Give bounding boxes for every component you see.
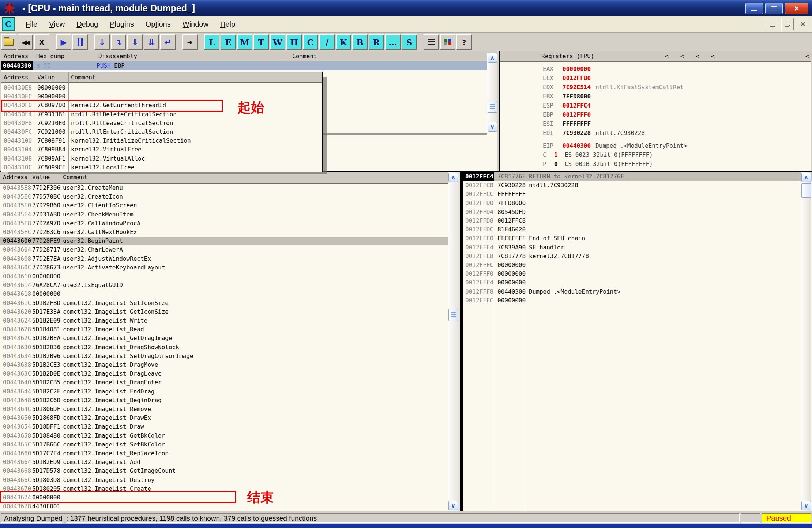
animate-into-button[interactable]: ⇓ xyxy=(127,34,143,50)
flag-row-p[interactable]: P0 CS 001B 32bit 0(FFFFFFFF) xyxy=(543,160,653,169)
dump-row[interactable]: 004436285D1B4081comctl32.ImageList_Read xyxy=(0,325,460,334)
scrollbar-thumb[interactable] xyxy=(488,101,497,113)
dump-row[interactable]: 004435EC77D570BCuser32.CreateIcon xyxy=(0,192,460,201)
dump-row[interactable]: 004436545D18DFF1comctl32.ImageList_Draw xyxy=(0,422,460,431)
dump-scrollbar[interactable]: ∧ ∨ xyxy=(448,172,460,511)
go-to-button[interactable]: ⇥ xyxy=(182,34,198,50)
scroll-down-icon[interactable]: ∨ xyxy=(801,501,811,510)
step-over-button[interactable]: ↴ xyxy=(111,34,126,50)
cpu-window-icon[interactable]: C xyxy=(2,18,15,31)
panel-button-s[interactable]: S xyxy=(402,34,417,50)
register-row-esi[interactable]: ESIFFFFFFFF xyxy=(543,120,591,128)
panel-button-t[interactable]: T xyxy=(253,34,269,50)
step-into-button[interactable]: ↓ xyxy=(94,34,110,50)
pause-button[interactable] xyxy=(72,34,88,50)
dump-row[interactable]: 0044360477D28717user32.CharLowerA xyxy=(0,245,460,254)
dump-row[interactable]: 004436784430F001 xyxy=(0,502,460,511)
dump-row[interactable]: 004436305D1B2D36comctl32.ImageList_DragS… xyxy=(0,343,460,352)
scrollbar-thumb[interactable] xyxy=(448,309,458,321)
memory-blocks-button[interactable] xyxy=(440,34,455,50)
popup-row[interactable]: 004431047C809B84kernel32.VirtualFree xyxy=(1,145,322,154)
dump-row[interactable]: 004436485D1B2C6Dcomctl32.ImageList_Begin… xyxy=(0,396,460,405)
dump-row[interactable]: 004436205D17E33Acomctl32.ImageList_GetIc… xyxy=(0,308,460,316)
restart-button[interactable]: ◀◀ xyxy=(18,34,33,50)
panel-button-w[interactable]: W xyxy=(270,34,285,50)
dump-row[interactable]: 004436445D1B2C2Fcomctl32.ImageList_EndDr… xyxy=(0,387,460,396)
menu-item-options[interactable]: Options xyxy=(140,18,177,31)
stack-row[interactable]: 0012FFD480545DFD xyxy=(463,208,812,216)
panel-button-slash[interactable]: / xyxy=(319,34,335,50)
dump-row[interactable]: 0044364C5D1806DFcomctl32.ImageList_Remov… xyxy=(0,405,460,414)
dump-row[interactable]: 004436405D1B2CB5comctl32.ImageList_DragE… xyxy=(0,378,460,387)
dump-row[interactable]: 004435F477D31ABDuser32.CheckMenuItem xyxy=(0,210,460,219)
minimize-button[interactable] xyxy=(745,3,763,14)
panel-button-b[interactable]: B xyxy=(352,34,368,50)
popup-row[interactable]: 004430E800000000 xyxy=(1,83,322,92)
menu-item-file[interactable]: File xyxy=(20,18,43,31)
dump-row[interactable]: 004436385D1B2CE3comctl32.ImageList_DragM… xyxy=(0,361,460,369)
panel-button-m[interactable]: M xyxy=(237,34,252,50)
dump-row[interactable]: 0044361000000000 xyxy=(0,272,460,281)
register-row-edi[interactable]: EDI7C930228ntdll.7C930228 xyxy=(543,129,645,137)
register-row-ebx[interactable]: EBX7FFD8000 xyxy=(543,92,591,101)
panel-button-c[interactable]: C xyxy=(303,34,318,50)
scrollbar-thumb[interactable] xyxy=(801,183,811,198)
menu-item-help[interactable]: Help xyxy=(214,18,241,31)
dump-row[interactable]: 004436585D188480comctl32.ImageList_GetBk… xyxy=(0,431,460,440)
stack-row[interactable]: 0012FFC87C930228ntdll.7C930228 xyxy=(463,181,812,190)
flag-row-c[interactable]: C1 ES 0023 32bit 0(FFFFFFFF) xyxy=(543,151,653,159)
dump-row[interactable]: 004435F077D29B60user32.ClientToScreen xyxy=(0,201,460,210)
dump-row[interactable]: 0044361476A28CA7ole32.IsEqualGUID xyxy=(0,281,460,290)
register-row-ecx[interactable]: ECX0012FFB0 xyxy=(543,74,591,83)
close-button[interactable]: × xyxy=(785,3,808,14)
popup-row[interactable]: 004430FC7C921000ntdll.RtlEnterCriticalSe… xyxy=(1,128,322,136)
register-row-ebp[interactable]: EBP0012FFF0 xyxy=(543,110,591,119)
stack-scrollbar[interactable]: ∧ ∨ xyxy=(801,172,811,511)
close-process-button[interactable]: X xyxy=(34,34,49,50)
execute-till-return-button[interactable]: ↵ xyxy=(160,34,176,50)
mdi-close-button[interactable]: × xyxy=(797,18,809,30)
menu-item-window[interactable]: Window xyxy=(177,18,214,31)
dump-row[interactable]: 004436245D1B2E09comctl32.ImageList_Write xyxy=(0,316,460,325)
dump-row[interactable]: 0044362C5D1B2BEAcomctl32.ImageList_GetDr… xyxy=(0,334,460,343)
panel-button-h[interactable]: H xyxy=(286,34,302,50)
dump-row[interactable]: 0044360C77D28673user32.ActivateKeyboardL… xyxy=(0,263,460,272)
stack-row[interactable]: 0012FFE87C817778kernel32.7C817778 xyxy=(463,252,812,261)
dump-row[interactable]: 004436345D1B2B96comctl32.ImageList_SetDr… xyxy=(0,352,460,361)
stack-row[interactable]: 0012FFF800440300Dumped_.<ModuleEntryPoin… xyxy=(463,287,812,296)
scroll-up-icon[interactable]: ∧ xyxy=(801,173,811,182)
run-button[interactable]: ▶ xyxy=(56,34,71,50)
mdi-minimize-button[interactable] xyxy=(766,18,778,30)
collapse-chevron-icon[interactable]: < xyxy=(805,52,809,60)
collapse-chevron-icon[interactable]: < xyxy=(665,52,669,60)
stack-row[interactable]: 0012FFE47C839A90SE handler xyxy=(463,243,812,252)
panel-button-l[interactable]: L xyxy=(204,34,219,50)
dump-row[interactable]: 004436685D17D578comctl32.ImageList_GetIm… xyxy=(0,467,460,475)
panel-button-k[interactable]: K xyxy=(336,34,351,50)
dump-row[interactable]: 004435F877D2A97Duser32.CallWindowProcA xyxy=(0,219,460,228)
collapse-chevron-icon[interactable]: < xyxy=(711,52,715,60)
dump-row[interactable]: 0044361800000000 xyxy=(0,290,460,298)
popup-row[interactable]: 004431087C809AF1kernel32.VirtualAlloc xyxy=(1,154,322,163)
dump-row[interactable]: 0044360077D28FE9user32.BeginPaint xyxy=(0,237,460,245)
mdi-restore-button[interactable] xyxy=(781,18,794,30)
register-row-esp[interactable]: ESP0012FFC4 xyxy=(543,101,591,110)
dump-row[interactable]: 004435FC77D2B3C6user32.CallNextHookEx xyxy=(0,228,460,237)
stack-row[interactable]: 0012FFFC00000000 xyxy=(463,296,812,305)
breakpoint-list-button[interactable] xyxy=(424,34,439,50)
disassembly-scrollbar[interactable]: ∧ ∨ xyxy=(487,53,497,132)
menu-item-plugins[interactable]: Plugins xyxy=(104,18,140,31)
stack-row[interactable]: 0012FFF000000000 xyxy=(463,269,812,278)
dump-row[interactable]: 0044363C5D1B2D0Ecomctl32.ImageList_DragL… xyxy=(0,369,460,378)
dump-row[interactable]: 0044360877D2E7EAuser32.AdjustWindowRectE… xyxy=(0,254,460,263)
dump-row[interactable]: 004436645D1B2ED9comctl32.ImageList_Add xyxy=(0,458,460,467)
scroll-down-icon[interactable]: ∨ xyxy=(448,501,458,510)
dump-row[interactable]: 004436605D17C7F4comctl32.ImageList_Repla… xyxy=(0,449,460,458)
register-row-eip[interactable]: EIP00440300Dumped_.<ModuleEntryPoint> xyxy=(543,142,687,150)
panel-button-dots[interactable]: … xyxy=(385,34,401,50)
popup-row[interactable]: 004431007C809F91kernel32.InitializeCriti… xyxy=(1,136,322,145)
collapse-chevron-icon[interactable]: < xyxy=(680,52,684,60)
disassembly-selected-row[interactable]: 00440300 $ 55 PUSH EBP xyxy=(1,61,487,70)
stack-row[interactable]: 0012FFC47C81776FRETURN to kernel32.7C817… xyxy=(463,172,812,181)
register-row-eax[interactable]: EAX00000000 xyxy=(543,65,591,73)
